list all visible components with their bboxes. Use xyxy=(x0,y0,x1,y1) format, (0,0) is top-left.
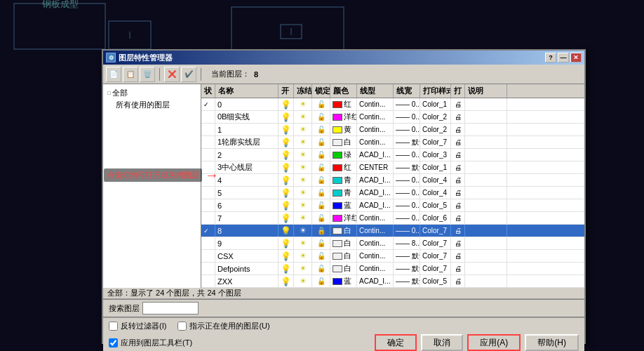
header-on[interactable]: 开 xyxy=(279,84,294,98)
lock-icon[interactable]: 🔓 xyxy=(317,126,326,133)
cell-freeze[interactable]: ☀ xyxy=(294,174,312,186)
cell-linetype[interactable]: ACAD_I... xyxy=(357,187,394,199)
lock-icon[interactable]: 🔓 xyxy=(317,138,326,146)
cell-color[interactable]: 红 xyxy=(330,98,357,110)
bulb-icon[interactable]: 💡 xyxy=(281,213,291,223)
header-color[interactable]: 颜色 xyxy=(330,84,357,98)
cell-linewidth[interactable]: —— 8... xyxy=(394,237,420,249)
ok-button[interactable]: 确定 xyxy=(375,334,417,351)
cell-print[interactable]: 🖨 xyxy=(451,136,465,148)
cell-print[interactable]: 🖨 xyxy=(451,124,465,135)
cell-linetype[interactable]: ACAD_I... xyxy=(357,199,394,211)
freeze-icon[interactable]: ☀ xyxy=(300,251,307,260)
cell-on[interactable]: 💡 xyxy=(279,263,294,274)
cell-freeze[interactable]: ☀ xyxy=(294,98,312,110)
cell-color[interactable]: 洋红 xyxy=(330,111,357,123)
bulb-icon[interactable]: 💡 xyxy=(281,112,291,122)
cell-linewidth[interactable]: —— 默认 xyxy=(394,250,420,262)
print-icon[interactable]: 🖨 xyxy=(455,176,462,184)
cell-lock[interactable]: 🔓 xyxy=(312,212,330,224)
cell-lock[interactable]: 🔓 xyxy=(312,275,330,287)
table-row[interactable]: 5 💡 ☀ 🔓 青 ACAD_I... —— 0... Color_4 🖨 xyxy=(201,187,584,199)
cell-freeze[interactable]: ☀ xyxy=(294,225,312,237)
cell-lock[interactable]: 🔓 xyxy=(312,174,330,186)
cell-print[interactable]: 🖨 xyxy=(451,111,465,123)
cell-on[interactable]: 💡 xyxy=(279,225,294,237)
cell-print-style[interactable]: Color_1 xyxy=(420,98,451,110)
cell-print-style[interactable]: Color_4 xyxy=(420,174,451,186)
freeze-icon[interactable]: ☀ xyxy=(300,150,307,159)
cell-on[interactable]: 💡 xyxy=(279,124,294,135)
print-icon[interactable]: 🖨 xyxy=(455,239,462,247)
freeze-icon[interactable]: ☀ xyxy=(300,277,307,286)
cell-freeze[interactable]: ☀ xyxy=(294,275,312,287)
cell-linetype[interactable]: Contin... xyxy=(357,136,394,148)
header-desc[interactable]: 说明 xyxy=(465,84,507,98)
invert-filter-checkbox[interactable]: 反转过滤器(I) xyxy=(109,321,166,331)
show-used-checkbox[interactable]: 指示正在使用的图层(U) xyxy=(177,321,269,331)
cell-print-style[interactable]: Color_5 xyxy=(420,199,451,211)
cell-lock[interactable]: 🔓 xyxy=(312,124,330,135)
bulb-icon[interactable]: 💡 xyxy=(281,251,291,261)
cell-lock[interactable]: 🔓 xyxy=(312,98,330,110)
freeze-icon[interactable]: ☀ xyxy=(300,138,307,147)
table-row[interactable]: ✓ 0 💡 ☀ 🔓 红 Contin... —— 0... Color_1 🖨 xyxy=(201,98,584,111)
cell-on[interactable]: 💡 xyxy=(279,275,294,287)
table-row[interactable]: 3中心线层 💡 ☀ 🔓 红 CENTER —— 默认 Color_1 🖨 xyxy=(201,161,584,174)
cell-freeze[interactable]: ☀ xyxy=(294,161,312,173)
header-status[interactable]: 状 xyxy=(201,84,215,98)
lock-icon[interactable]: 🔓 xyxy=(317,189,326,197)
cell-print[interactable]: 🖨 xyxy=(451,161,465,173)
lock-icon[interactable]: 🔓 xyxy=(317,214,326,222)
freeze-icon[interactable]: ☀ xyxy=(300,163,307,172)
lock-icon[interactable]: 🔓 xyxy=(317,164,326,171)
print-icon[interactable]: 🖨 xyxy=(455,201,462,209)
print-icon[interactable]: 🖨 xyxy=(455,164,462,171)
bulb-icon[interactable]: 💡 xyxy=(281,138,291,147)
cell-linewidth[interactable]: —— 默认 xyxy=(394,161,420,173)
cell-color[interactable]: 洋红 xyxy=(330,212,357,224)
table-row[interactable]: 4 💡 ☀ 🔓 青 ACAD_I... —— 0... Color_4 🖨 xyxy=(201,174,584,187)
cell-linetype[interactable]: ACAD_I... xyxy=(357,149,394,161)
cell-lock[interactable]: 🔓 xyxy=(312,149,330,161)
cell-freeze[interactable]: ☀ xyxy=(294,124,312,135)
cell-lock[interactable]: 🔓 xyxy=(312,237,330,249)
delete-layer-button[interactable]: 🗑️ xyxy=(140,67,155,82)
cell-print[interactable]: 🖨 xyxy=(451,174,465,186)
cell-linetype[interactable]: Contin... xyxy=(357,250,394,262)
invert-filter-input[interactable] xyxy=(109,322,118,331)
cell-print-style[interactable]: Color_5 xyxy=(420,275,451,287)
lock-icon[interactable]: 🔓 xyxy=(317,277,326,285)
cell-print-style[interactable]: Color_7 xyxy=(420,237,451,249)
cell-on[interactable]: 💡 xyxy=(279,98,294,110)
cell-linewidth[interactable]: —— 默认 xyxy=(394,263,420,274)
cell-lock[interactable]: 🔓 xyxy=(312,161,330,173)
cancel-toolbar-button[interactable]: ❌ xyxy=(164,67,180,82)
bulb-icon[interactable]: 💡 xyxy=(281,150,291,160)
table-row[interactable]: 7 💡 ☀ 🔓 洋红 Contin... —— 0... Color_6 🖨 xyxy=(201,212,584,225)
cell-linewidth[interactable]: —— 默认 xyxy=(394,275,420,287)
freeze-icon[interactable]: ☀ xyxy=(300,226,307,235)
cell-freeze[interactable]: ☀ xyxy=(294,250,312,262)
bulb-icon[interactable]: 💡 xyxy=(281,201,291,211)
cell-linetype[interactable]: Contin... xyxy=(357,111,394,123)
table-row[interactable]: 9 💡 ☀ 🔓 白 Contin... —— 8... Color_7 🖨 xyxy=(201,237,584,250)
cell-lock[interactable]: 🔓 xyxy=(312,263,330,274)
cell-color[interactable]: 红 xyxy=(330,161,357,173)
table-row[interactable]: Defpoints 💡 ☀ 🔓 白 Contin... —— 默认 Color_… xyxy=(201,263,584,275)
print-icon[interactable]: 🖨 xyxy=(455,265,462,272)
bulb-icon[interactable]: 💡 xyxy=(281,188,291,198)
print-icon[interactable]: 🖨 xyxy=(455,151,462,159)
cell-color[interactable]: 白 xyxy=(330,136,357,148)
cell-linewidth[interactable]: —— 0... xyxy=(394,212,420,224)
lock-icon[interactable]: 🔓 xyxy=(317,100,326,108)
print-icon[interactable]: 🖨 xyxy=(455,277,462,285)
freeze-icon[interactable]: ☀ xyxy=(300,112,307,121)
cell-linetype[interactable]: ACAD_I... xyxy=(357,174,394,186)
header-name[interactable]: 名称 xyxy=(215,84,279,98)
cell-print[interactable]: 🖨 xyxy=(451,212,465,224)
cell-print-style[interactable]: Color_7 xyxy=(420,263,451,274)
cell-print[interactable]: 🖨 xyxy=(451,263,465,274)
header-lock[interactable]: 锁定 xyxy=(312,84,330,98)
cell-on[interactable]: 💡 xyxy=(279,199,294,211)
